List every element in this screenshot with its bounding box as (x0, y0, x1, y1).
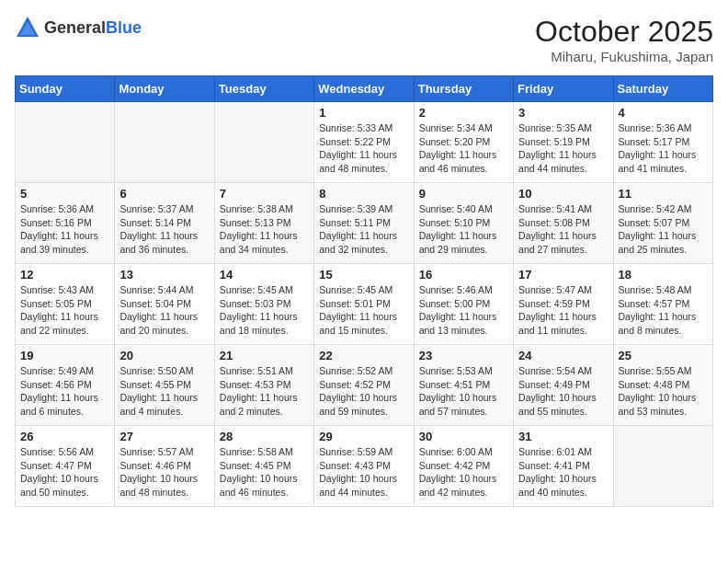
calendar-cell: 30Sunrise: 6:00 AM Sunset: 4:42 PM Dayli… (414, 426, 513, 507)
weekday-header-wednesday: Wednesday (314, 76, 414, 102)
day-number: 1 (319, 106, 408, 120)
day-number: 9 (419, 187, 508, 201)
calendar-cell: 29Sunrise: 5:59 AM Sunset: 4:43 PM Dayli… (314, 426, 414, 507)
day-info: Sunrise: 5:40 AM Sunset: 5:10 PM Dayligh… (419, 202, 508, 257)
day-info: Sunrise: 5:34 AM Sunset: 5:20 PM Dayligh… (419, 121, 508, 176)
weekday-header-saturday: Saturday (613, 76, 712, 102)
day-number: 25 (619, 349, 708, 362)
month-title: October 2025 (535, 15, 713, 49)
day-info: Sunrise: 5:52 AM Sunset: 4:52 PM Dayligh… (319, 364, 408, 419)
day-number: 11 (619, 187, 708, 201)
day-number: 14 (220, 268, 309, 282)
calendar-cell: 16Sunrise: 5:46 AM Sunset: 5:00 PM Dayli… (414, 264, 513, 345)
calendar-cell: 21Sunrise: 5:51 AM Sunset: 4:53 PM Dayli… (214, 345, 313, 426)
day-info: Sunrise: 5:58 AM Sunset: 4:45 PM Dayligh… (220, 445, 309, 500)
calendar-table: SundayMondayTuesdayWednesdayThursdayFrid… (15, 75, 713, 507)
weekday-header-friday: Friday (514, 76, 613, 102)
day-info: Sunrise: 5:36 AM Sunset: 5:17 PM Dayligh… (619, 121, 708, 176)
calendar-cell: 6Sunrise: 5:37 AM Sunset: 5:14 PM Daylig… (115, 183, 214, 264)
calendar-week-4: 19Sunrise: 5:49 AM Sunset: 4:56 PM Dayli… (16, 345, 713, 426)
logo-icon (15, 15, 40, 40)
logo-text-blue: Blue (106, 18, 142, 37)
calendar-cell: 8Sunrise: 5:39 AM Sunset: 5:11 PM Daylig… (314, 183, 414, 264)
calendar-week-2: 5Sunrise: 5:36 AM Sunset: 5:16 PM Daylig… (16, 183, 713, 264)
weekday-header-thursday: Thursday (414, 76, 513, 102)
day-info: Sunrise: 5:45 AM Sunset: 5:01 PM Dayligh… (319, 283, 408, 338)
day-info: Sunrise: 5:48 AM Sunset: 4:57 PM Dayligh… (619, 283, 708, 338)
day-number: 15 (319, 268, 408, 282)
day-number: 12 (20, 268, 109, 282)
day-number: 30 (419, 430, 508, 443)
calendar-cell: 27Sunrise: 5:57 AM Sunset: 4:46 PM Dayli… (115, 426, 214, 507)
calendar-cell (214, 102, 313, 183)
day-number: 17 (518, 268, 608, 282)
day-info: Sunrise: 5:42 AM Sunset: 5:07 PM Dayligh… (619, 202, 708, 257)
calendar-cell: 31Sunrise: 6:01 AM Sunset: 4:41 PM Dayli… (514, 426, 613, 507)
calendar-cell: 28Sunrise: 5:58 AM Sunset: 4:45 PM Dayli… (214, 426, 313, 507)
weekday-header-tuesday: Tuesday (214, 76, 313, 102)
day-info: Sunrise: 6:01 AM Sunset: 4:41 PM Dayligh… (518, 445, 608, 500)
weekday-header-monday: Monday (115, 76, 214, 102)
calendar-cell: 14Sunrise: 5:45 AM Sunset: 5:03 PM Dayli… (214, 264, 313, 345)
location-title: Miharu, Fukushima, Japan (535, 49, 713, 64)
day-info: Sunrise: 5:36 AM Sunset: 5:16 PM Dayligh… (20, 202, 109, 257)
calendar-cell: 19Sunrise: 5:49 AM Sunset: 4:56 PM Dayli… (16, 345, 115, 426)
day-number: 7 (220, 187, 309, 201)
day-info: Sunrise: 5:49 AM Sunset: 4:56 PM Dayligh… (20, 364, 109, 419)
calendar-cell (613, 426, 712, 507)
day-number: 21 (220, 349, 309, 362)
day-info: Sunrise: 5:54 AM Sunset: 4:49 PM Dayligh… (518, 364, 608, 419)
day-number: 3 (518, 106, 608, 120)
calendar-cell: 3Sunrise: 5:35 AM Sunset: 5:19 PM Daylig… (514, 102, 613, 183)
weekday-header-row: SundayMondayTuesdayWednesdayThursdayFrid… (16, 76, 713, 102)
calendar-cell: 17Sunrise: 5:47 AM Sunset: 4:59 PM Dayli… (514, 264, 613, 345)
day-number: 31 (518, 430, 608, 443)
calendar-cell: 10Sunrise: 5:41 AM Sunset: 5:08 PM Dayli… (514, 183, 613, 264)
day-number: 18 (619, 268, 708, 282)
day-info: Sunrise: 5:50 AM Sunset: 4:55 PM Dayligh… (119, 364, 209, 419)
day-info: Sunrise: 5:55 AM Sunset: 4:48 PM Dayligh… (619, 364, 708, 419)
calendar-cell: 15Sunrise: 5:45 AM Sunset: 5:01 PM Dayli… (314, 264, 414, 345)
day-number: 29 (319, 430, 408, 443)
day-info: Sunrise: 5:53 AM Sunset: 4:51 PM Dayligh… (419, 364, 508, 419)
calendar-cell (115, 102, 214, 183)
day-number: 16 (419, 268, 508, 282)
calendar-cell: 9Sunrise: 5:40 AM Sunset: 5:10 PM Daylig… (414, 183, 513, 264)
calendar-cell: 13Sunrise: 5:44 AM Sunset: 5:04 PM Dayli… (115, 264, 214, 345)
day-number: 6 (119, 187, 209, 201)
day-info: Sunrise: 5:39 AM Sunset: 5:11 PM Dayligh… (319, 202, 408, 257)
day-info: Sunrise: 5:41 AM Sunset: 5:08 PM Dayligh… (518, 202, 608, 257)
day-info: Sunrise: 5:37 AM Sunset: 5:14 PM Dayligh… (119, 202, 209, 257)
day-info: Sunrise: 5:51 AM Sunset: 4:53 PM Dayligh… (220, 364, 309, 419)
day-number: 26 (20, 430, 109, 443)
day-info: Sunrise: 5:46 AM Sunset: 5:00 PM Dayligh… (419, 283, 508, 338)
calendar-cell: 11Sunrise: 5:42 AM Sunset: 5:07 PM Dayli… (613, 183, 712, 264)
day-number: 2 (419, 106, 508, 120)
calendar-cell: 20Sunrise: 5:50 AM Sunset: 4:55 PM Dayli… (115, 345, 214, 426)
day-info: Sunrise: 5:43 AM Sunset: 5:05 PM Dayligh… (20, 283, 109, 338)
calendar-cell: 25Sunrise: 5:55 AM Sunset: 4:48 PM Dayli… (613, 345, 712, 426)
page-header: GeneralBlue October 2025 Miharu, Fukushi… (15, 15, 713, 64)
logo: GeneralBlue (15, 15, 142, 40)
day-number: 4 (619, 106, 708, 120)
calendar-cell: 24Sunrise: 5:54 AM Sunset: 4:49 PM Dayli… (514, 345, 613, 426)
day-info: Sunrise: 5:47 AM Sunset: 4:59 PM Dayligh… (518, 283, 608, 338)
day-number: 22 (319, 349, 408, 362)
day-info: Sunrise: 5:56 AM Sunset: 4:47 PM Dayligh… (20, 445, 109, 500)
day-number: 28 (220, 430, 309, 443)
calendar-cell: 4Sunrise: 5:36 AM Sunset: 5:17 PM Daylig… (613, 102, 712, 183)
day-info: Sunrise: 5:33 AM Sunset: 5:22 PM Dayligh… (319, 121, 408, 176)
calendar-cell: 2Sunrise: 5:34 AM Sunset: 5:20 PM Daylig… (414, 102, 513, 183)
calendar-week-1: 1Sunrise: 5:33 AM Sunset: 5:22 PM Daylig… (16, 102, 713, 183)
title-area: October 2025 Miharu, Fukushima, Japan (535, 15, 713, 64)
day-info: Sunrise: 5:45 AM Sunset: 5:03 PM Dayligh… (220, 283, 309, 338)
calendar-cell: 18Sunrise: 5:48 AM Sunset: 4:57 PM Dayli… (613, 264, 712, 345)
calendar-cell: 5Sunrise: 5:36 AM Sunset: 5:16 PM Daylig… (16, 183, 115, 264)
day-number: 10 (518, 187, 608, 201)
calendar-cell: 22Sunrise: 5:52 AM Sunset: 4:52 PM Dayli… (314, 345, 414, 426)
day-info: Sunrise: 5:44 AM Sunset: 5:04 PM Dayligh… (119, 283, 209, 338)
day-number: 27 (119, 430, 209, 443)
day-info: Sunrise: 5:59 AM Sunset: 4:43 PM Dayligh… (319, 445, 408, 500)
day-info: Sunrise: 6:00 AM Sunset: 4:42 PM Dayligh… (419, 445, 508, 500)
calendar-cell: 7Sunrise: 5:38 AM Sunset: 5:13 PM Daylig… (214, 183, 313, 264)
